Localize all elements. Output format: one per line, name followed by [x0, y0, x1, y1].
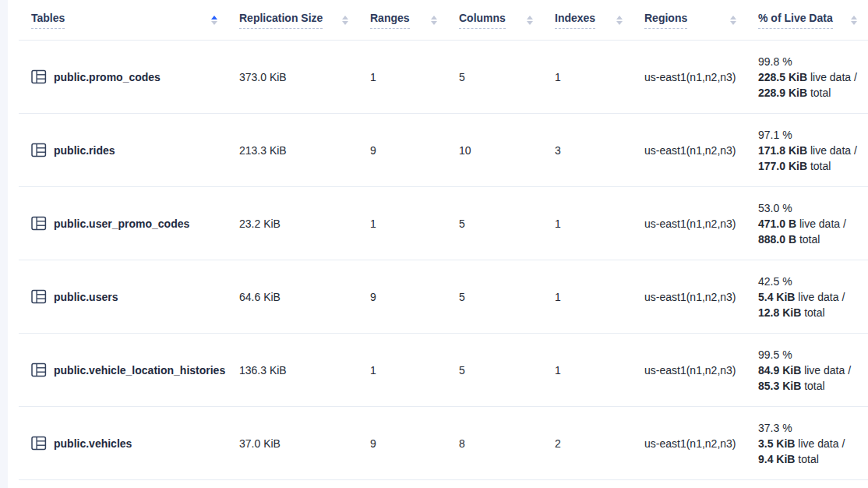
live-size-line: 171.8 KiB live data / — [758, 143, 857, 158]
live-size-line: 84.9 KiB live data / — [758, 362, 851, 378]
total-size-line: 228.9 KiB total — [758, 85, 831, 101]
table-header-row: Tables Replication Size Ranges Columns I… — [19, 0, 868, 41]
replication-size-cell: 213.3 KiB — [239, 114, 370, 186]
ranges-cell: 1 — [370, 187, 459, 260]
columns-cell: 8 — [459, 407, 555, 479]
page-gutter — [0, 0, 8, 488]
total-size-line: 888.0 B total — [758, 232, 820, 247]
table-icon — [31, 289, 47, 304]
table-icon — [31, 362, 47, 377]
sort-icon[interactable] — [211, 15, 217, 25]
sort-icon[interactable] — [851, 15, 857, 25]
table-name-link[interactable]: public.rides — [54, 143, 115, 158]
columns-cell: 5 — [459, 41, 555, 113]
replication-size-cell: 37.0 KiB — [239, 407, 370, 479]
column-header-label[interactable]: Indexes — [555, 12, 595, 29]
column-header-tables[interactable]: Tables — [31, 0, 239, 40]
live-size-line: 228.5 KiB live data / — [758, 69, 857, 85]
live-percent: 97.1 % — [758, 127, 792, 143]
ranges-cell: 1 — [370, 41, 459, 113]
columns-cell: 5 — [459, 260, 555, 333]
column-header-columns[interactable]: Columns — [459, 0, 555, 40]
column-header-label[interactable]: Tables — [31, 12, 65, 29]
table-name-cell: public.users — [31, 260, 239, 333]
database-tables-table: Tables Replication Size Ranges Columns I… — [19, 0, 868, 480]
indexes-cell: 2 — [555, 407, 644, 479]
live-percent: 37.3 % — [758, 420, 792, 436]
table-name-cell: public.rides — [31, 114, 239, 186]
live-size-line: 5.4 KiB live data / — [758, 289, 845, 305]
column-header-live-data[interactable]: % of Live Data — [758, 0, 868, 40]
replication-size-cell: 64.6 KiB — [239, 260, 370, 333]
column-header-label[interactable]: Ranges — [370, 12, 410, 29]
indexes-cell: 1 — [555, 41, 644, 113]
regions-cell: us-east1(n1,n2,n3) — [644, 114, 758, 186]
live-data-cell: 97.1 % 171.8 KiB live data / 177.0 KiB t… — [758, 114, 868, 186]
live-data-cell: 53.0 % 471.0 B live data / 888.0 B total — [758, 187, 868, 260]
column-header-label[interactable]: Columns — [459, 12, 506, 29]
total-size-line: 85.3 KiB total — [758, 378, 825, 394]
table-row[interactable]: public.user_promo_codes 23.2 KiB 1 5 1 u… — [19, 187, 868, 260]
table-row[interactable]: public.promo_codes 373.0 KiB 1 5 1 us-ea… — [19, 41, 868, 114]
table-body: public.promo_codes 373.0 KiB 1 5 1 us-ea… — [19, 41, 868, 480]
column-header-label[interactable]: Regions — [644, 12, 687, 29]
table-icon — [31, 143, 47, 157]
columns-cell: 5 — [459, 334, 555, 406]
table-row[interactable]: public.vehicle_location_histories 136.3 … — [19, 334, 868, 407]
sort-icon[interactable] — [616, 15, 623, 25]
sort-icon[interactable] — [730, 15, 736, 25]
column-header-replication-size[interactable]: Replication Size — [239, 0, 370, 40]
table-name-link[interactable]: public.vehicles — [54, 436, 132, 451]
sort-icon[interactable] — [527, 15, 533, 25]
ranges-cell: 9 — [370, 114, 459, 186]
indexes-cell: 1 — [555, 187, 644, 260]
live-data-cell: 42.5 % 5.4 KiB live data / 12.8 KiB tota… — [758, 260, 868, 333]
replication-size-cell: 23.2 KiB — [239, 187, 370, 260]
indexes-cell: 3 — [555, 114, 644, 186]
table-name-link[interactable]: public.users — [54, 289, 118, 305]
column-header-label[interactable]: % of Live Data — [758, 12, 833, 29]
regions-cell: us-east1(n1,n2,n3) — [644, 407, 758, 479]
columns-cell: 10 — [459, 114, 555, 186]
ranges-cell: 9 — [370, 407, 459, 479]
live-size-line: 3.5 KiB live data / — [758, 436, 845, 451]
regions-cell: us-east1(n1,n2,n3) — [644, 334, 758, 406]
table-name-link[interactable]: public.user_promo_codes — [54, 216, 189, 232]
table-row[interactable]: public.vehicles 37.0 KiB 9 8 2 us-east1(… — [19, 407, 868, 480]
table-icon — [31, 436, 47, 451]
total-size-line: 12.8 KiB total — [758, 305, 825, 320]
column-header-ranges[interactable]: Ranges — [370, 0, 459, 40]
sort-icon[interactable] — [431, 15, 437, 25]
live-size-line: 471.0 B live data / — [758, 216, 846, 232]
table-name-cell: public.user_promo_codes — [31, 187, 239, 260]
replication-size-cell: 373.0 KiB — [239, 41, 370, 113]
sort-icon[interactable] — [342, 15, 348, 25]
table-name-cell: public.vehicle_location_histories — [31, 334, 239, 406]
live-data-cell: 37.3 % 3.5 KiB live data / 9.4 KiB total — [758, 407, 868, 479]
table-name-cell: public.promo_codes — [31, 41, 239, 113]
live-data-cell: 99.5 % 84.9 KiB live data / 85.3 KiB tot… — [758, 334, 868, 406]
table-icon — [31, 69, 47, 84]
column-header-regions[interactable]: Regions — [644, 0, 758, 40]
column-header-label[interactable]: Replication Size — [239, 12, 323, 29]
table-row[interactable]: public.users 64.6 KiB 9 5 1 us-east1(n1,… — [19, 260, 868, 334]
table-name-link[interactable]: public.promo_codes — [54, 69, 161, 85]
ranges-cell: 9 — [370, 260, 459, 333]
live-percent: 99.5 % — [758, 347, 792, 362]
table-name-link[interactable]: public.vehicle_location_histories — [54, 362, 225, 378]
regions-cell: us-east1(n1,n2,n3) — [644, 41, 758, 113]
ranges-cell: 1 — [370, 334, 459, 406]
replication-size-cell: 136.3 KiB — [239, 334, 370, 406]
regions-cell: us-east1(n1,n2,n3) — [644, 260, 758, 333]
live-data-cell: 99.8 % 228.5 KiB live data / 228.9 KiB t… — [758, 41, 868, 113]
live-percent: 42.5 % — [758, 274, 792, 289]
table-name-cell: public.vehicles — [31, 407, 239, 479]
indexes-cell: 1 — [555, 260, 644, 333]
live-percent: 99.8 % — [758, 54, 792, 69]
column-header-indexes[interactable]: Indexes — [555, 0, 644, 40]
table-row[interactable]: public.rides 213.3 KiB 9 10 3 us-east1(n… — [19, 114, 868, 187]
total-size-line: 177.0 KiB total — [758, 158, 831, 174]
indexes-cell: 1 — [555, 334, 644, 406]
live-percent: 53.0 % — [758, 200, 792, 216]
columns-cell: 5 — [459, 187, 555, 260]
